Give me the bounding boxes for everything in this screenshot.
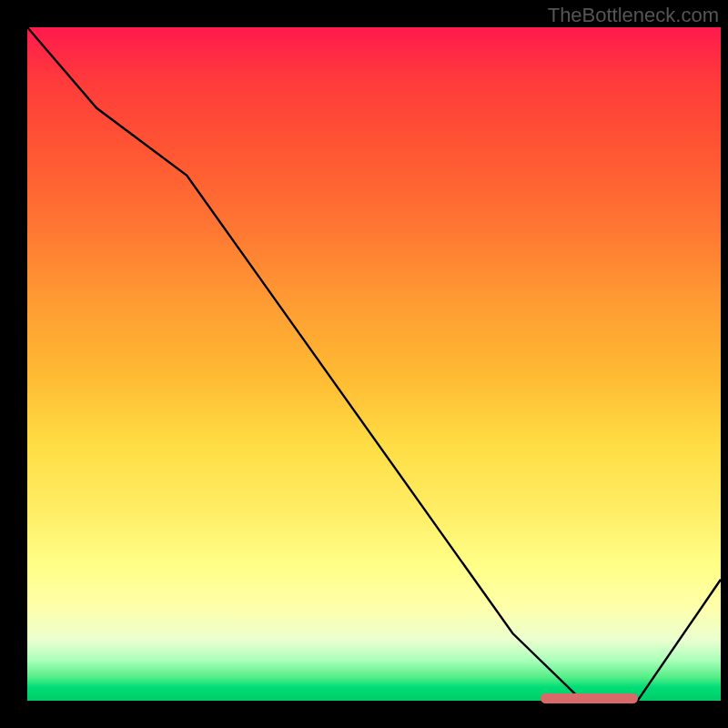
bottleneck-curve: [27, 27, 721, 701]
watermark-label: TheBottleneck.com: [548, 4, 719, 27]
chart-container: TheBottleneck.com: [0, 0, 728, 728]
optimal-range-marker: [541, 693, 638, 703]
